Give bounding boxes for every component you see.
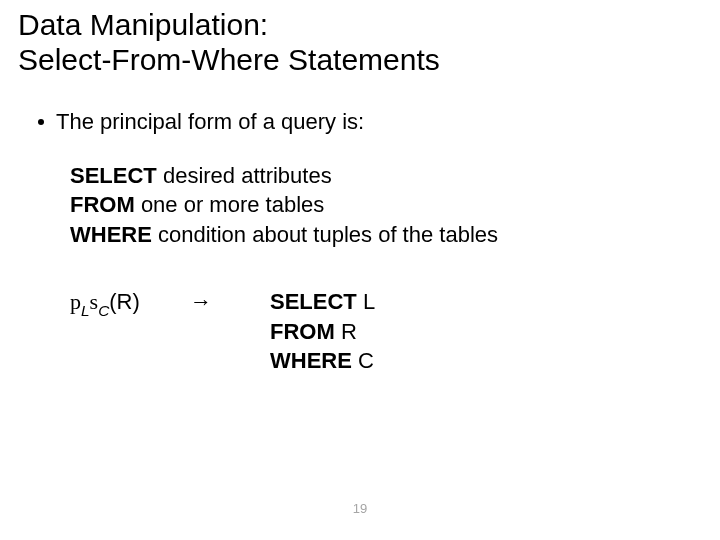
sql-select-arg: L [357,289,375,314]
bullet-item: The principal form of a query is: [38,108,680,136]
sql-where-arg: C [352,348,374,373]
title-line-2: Select-From-Where Statements [18,43,440,78]
title-line-1: Data Manipulation: [18,8,440,43]
where-rest: condition about tuples of the tables [152,222,498,247]
sigma-subscript: C [98,302,109,319]
relational-algebra-expr: pLsC(R) [70,288,190,319]
sql-where-line: WHERE C [270,347,375,375]
slide: Data Manipulation: Select-From-Where Sta… [0,0,720,540]
from-rest: one or more tables [135,192,325,217]
query-where-line: WHERE condition about tuples of the tabl… [70,221,680,249]
pi-subscript: L [81,302,90,319]
sql-select-line: SELECT L [270,288,375,316]
arrow-icon: → [190,288,270,316]
algebra-mapping: pLsC(R) → SELECT L FROM R WHERE C [70,288,680,377]
sigma-symbol: s [90,289,99,314]
query-select-line: SELECT desired attributes [70,162,680,190]
sql-from-arg: R [335,319,357,344]
sql-select-kw: SELECT [270,289,357,314]
bullet-dot-icon [38,119,44,125]
page-number: 19 [0,501,720,516]
query-from-line: FROM one or more tables [70,191,680,219]
sql-equivalent: SELECT L FROM R WHERE C [270,288,375,377]
query-template: SELECT desired attributes FROM one or mo… [70,162,680,249]
relation-paren: (R) [109,289,140,314]
slide-body: The principal form of a query is: SELECT… [38,108,680,377]
sql-where-kw: WHERE [270,348,352,373]
select-keyword: SELECT [70,163,157,188]
sql-from-line: FROM R [270,318,375,346]
sql-from-kw: FROM [270,319,335,344]
bullet-text: The principal form of a query is: [56,108,364,136]
select-rest: desired attributes [157,163,332,188]
slide-title: Data Manipulation: Select-From-Where Sta… [18,8,440,77]
where-keyword: WHERE [70,222,152,247]
from-keyword: FROM [70,192,135,217]
pi-symbol: p [70,289,81,314]
